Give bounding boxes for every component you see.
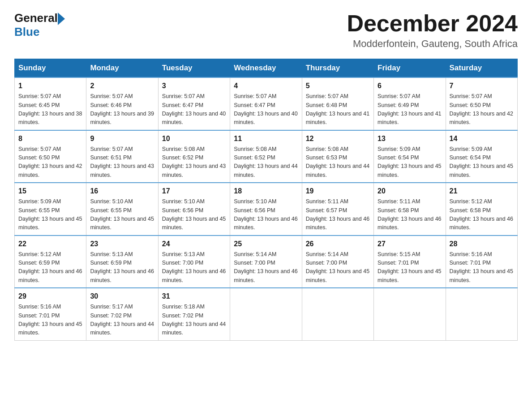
day-number: 25 — [234, 239, 298, 249]
calendar-cell: 28Sunrise: 5:16 AMSunset: 7:01 PMDayligh… — [446, 235, 517, 288]
logo-blue-text: Blue — [14, 25, 39, 39]
calendar-header-row: SundayMondayTuesdayWednesdayThursdayFrid… — [15, 59, 518, 78]
calendar-cell: 29Sunrise: 5:16 AMSunset: 7:01 PMDayligh… — [15, 288, 86, 340]
day-number: 11 — [234, 133, 298, 144]
calendar-cell: 11Sunrise: 5:08 AMSunset: 6:52 PMDayligh… — [230, 130, 302, 183]
calendar-cell: 8Sunrise: 5:07 AMSunset: 6:50 PMDaylight… — [15, 130, 86, 183]
day-info: Sunrise: 5:09 AMSunset: 6:54 PMDaylight:… — [450, 145, 514, 180]
day-number: 4 — [234, 81, 298, 91]
calendar-cell: 13Sunrise: 5:09 AMSunset: 6:54 PMDayligh… — [374, 130, 446, 183]
day-info: Sunrise: 5:07 AMSunset: 6:45 PMDaylight:… — [18, 92, 82, 127]
day-info: Sunrise: 5:07 AMSunset: 6:50 PMDaylight:… — [18, 145, 82, 180]
column-header-wednesday: Wednesday — [230, 59, 302, 78]
week-row-4: 22Sunrise: 5:12 AMSunset: 6:59 PMDayligh… — [15, 235, 518, 288]
day-number: 9 — [90, 133, 154, 144]
day-info: Sunrise: 5:12 AMSunset: 6:58 PMDaylight:… — [450, 197, 514, 232]
calendar-cell: 17Sunrise: 5:10 AMSunset: 6:56 PMDayligh… — [158, 183, 230, 235]
calendar-cell: 2Sunrise: 5:07 AMSunset: 6:46 PMDaylight… — [86, 77, 158, 130]
day-info: Sunrise: 5:16 AMSunset: 7:01 PMDaylight:… — [450, 250, 514, 285]
week-row-3: 15Sunrise: 5:09 AMSunset: 6:55 PMDayligh… — [15, 183, 518, 235]
day-number: 30 — [90, 291, 154, 302]
week-row-1: 1Sunrise: 5:07 AMSunset: 6:45 PMDaylight… — [15, 77, 518, 130]
calendar-cell: 18Sunrise: 5:10 AMSunset: 6:56 PMDayligh… — [230, 183, 302, 235]
calendar-cell: 10Sunrise: 5:08 AMSunset: 6:52 PMDayligh… — [158, 130, 230, 183]
day-info: Sunrise: 5:08 AMSunset: 6:52 PMDaylight:… — [234, 145, 298, 180]
day-info: Sunrise: 5:13 AMSunset: 6:59 PMDaylight:… — [90, 250, 154, 285]
day-number: 14 — [450, 133, 514, 144]
title-section: December 2024 Modderfontein, Gauteng, So… — [347, 11, 518, 50]
day-info: Sunrise: 5:16 AMSunset: 7:01 PMDaylight:… — [18, 303, 82, 338]
day-number: 29 — [18, 291, 82, 302]
day-number: 7 — [450, 81, 514, 91]
calendar-cell: 21Sunrise: 5:12 AMSunset: 6:58 PMDayligh… — [446, 183, 517, 235]
day-info: Sunrise: 5:07 AMSunset: 6:47 PMDaylight:… — [234, 92, 298, 127]
column-header-friday: Friday — [374, 59, 446, 78]
calendar-cell — [374, 288, 446, 340]
column-header-thursday: Thursday — [302, 59, 373, 78]
day-info: Sunrise: 5:07 AMSunset: 6:48 PMDaylight:… — [306, 92, 370, 127]
day-number: 2 — [90, 81, 154, 91]
calendar-cell: 26Sunrise: 5:14 AMSunset: 7:00 PMDayligh… — [302, 235, 373, 288]
day-number: 3 — [162, 81, 226, 91]
calendar-cell: 4Sunrise: 5:07 AMSunset: 6:47 PMDaylight… — [230, 77, 302, 130]
day-number: 27 — [378, 239, 442, 249]
day-number: 13 — [378, 133, 442, 144]
day-info: Sunrise: 5:18 AMSunset: 7:02 PMDaylight:… — [162, 303, 226, 338]
calendar-cell: 27Sunrise: 5:15 AMSunset: 7:01 PMDayligh… — [374, 235, 446, 288]
calendar-cell: 5Sunrise: 5:07 AMSunset: 6:48 PMDaylight… — [302, 77, 373, 130]
column-header-monday: Monday — [86, 59, 158, 78]
day-info: Sunrise: 5:12 AMSunset: 6:59 PMDaylight:… — [18, 250, 82, 285]
calendar-cell — [302, 288, 373, 340]
day-info: Sunrise: 5:08 AMSunset: 6:52 PMDaylight:… — [162, 145, 226, 180]
logo-general-text: General — [14, 11, 58, 25]
calendar-cell — [230, 288, 302, 340]
day-number: 1 — [18, 81, 82, 91]
day-number: 17 — [162, 186, 226, 197]
calendar-cell: 7Sunrise: 5:07 AMSunset: 6:50 PMDaylight… — [446, 77, 517, 130]
day-number: 23 — [90, 239, 154, 249]
calendar-cell: 6Sunrise: 5:07 AMSunset: 6:49 PMDaylight… — [374, 77, 446, 130]
column-header-sunday: Sunday — [15, 59, 86, 78]
calendar-cell: 24Sunrise: 5:13 AMSunset: 7:00 PMDayligh… — [158, 235, 230, 288]
calendar-cell: 15Sunrise: 5:09 AMSunset: 6:55 PMDayligh… — [15, 183, 86, 235]
day-info: Sunrise: 5:09 AMSunset: 6:54 PMDaylight:… — [378, 145, 442, 180]
day-number: 28 — [450, 239, 514, 249]
day-info: Sunrise: 5:11 AMSunset: 6:57 PMDaylight:… — [306, 197, 370, 232]
calendar-cell: 14Sunrise: 5:09 AMSunset: 6:54 PMDayligh… — [446, 130, 517, 183]
day-info: Sunrise: 5:07 AMSunset: 6:46 PMDaylight:… — [90, 92, 154, 127]
day-number: 21 — [450, 186, 514, 197]
calendar-cell: 22Sunrise: 5:12 AMSunset: 6:59 PMDayligh… — [15, 235, 86, 288]
calendar-cell: 9Sunrise: 5:07 AMSunset: 6:51 PMDaylight… — [86, 130, 158, 183]
calendar-table: SundayMondayTuesdayWednesdayThursdayFrid… — [14, 59, 518, 341]
calendar-cell: 12Sunrise: 5:08 AMSunset: 6:53 PMDayligh… — [302, 130, 373, 183]
day-info: Sunrise: 5:13 AMSunset: 7:00 PMDaylight:… — [162, 250, 226, 285]
day-info: Sunrise: 5:07 AMSunset: 6:47 PMDaylight:… — [162, 92, 226, 127]
calendar-cell: 20Sunrise: 5:11 AMSunset: 6:58 PMDayligh… — [374, 183, 446, 235]
day-number: 5 — [306, 81, 370, 91]
calendar-cell: 30Sunrise: 5:17 AMSunset: 7:02 PMDayligh… — [86, 288, 158, 340]
calendar-cell: 31Sunrise: 5:18 AMSunset: 7:02 PMDayligh… — [158, 288, 230, 340]
calendar-cell: 3Sunrise: 5:07 AMSunset: 6:47 PMDaylight… — [158, 77, 230, 130]
day-info: Sunrise: 5:10 AMSunset: 6:56 PMDaylight:… — [162, 197, 226, 232]
day-number: 16 — [90, 186, 154, 197]
column-header-saturday: Saturday — [446, 59, 517, 78]
day-info: Sunrise: 5:07 AMSunset: 6:49 PMDaylight:… — [378, 92, 442, 127]
day-info: Sunrise: 5:10 AMSunset: 6:55 PMDaylight:… — [90, 197, 154, 232]
page-header: General Blue December 2024 Modderfontein… — [14, 11, 518, 50]
day-number: 8 — [18, 133, 82, 144]
calendar-cell: 1Sunrise: 5:07 AMSunset: 6:45 PMDaylight… — [15, 77, 86, 130]
day-number: 12 — [306, 133, 370, 144]
day-info: Sunrise: 5:11 AMSunset: 6:58 PMDaylight:… — [378, 197, 442, 232]
calendar-cell: 16Sunrise: 5:10 AMSunset: 6:55 PMDayligh… — [86, 183, 158, 235]
day-number: 15 — [18, 186, 82, 197]
day-info: Sunrise: 5:08 AMSunset: 6:53 PMDaylight:… — [306, 145, 370, 180]
day-info: Sunrise: 5:17 AMSunset: 7:02 PMDaylight:… — [90, 303, 154, 338]
day-number: 20 — [378, 186, 442, 197]
day-number: 6 — [378, 81, 442, 91]
day-info: Sunrise: 5:09 AMSunset: 6:55 PMDaylight:… — [18, 197, 82, 232]
day-info: Sunrise: 5:07 AMSunset: 6:50 PMDaylight:… — [450, 92, 514, 127]
day-number: 10 — [162, 133, 226, 144]
logo-arrow-icon — [58, 13, 65, 25]
calendar-cell — [446, 288, 517, 340]
day-number: 22 — [18, 239, 82, 249]
